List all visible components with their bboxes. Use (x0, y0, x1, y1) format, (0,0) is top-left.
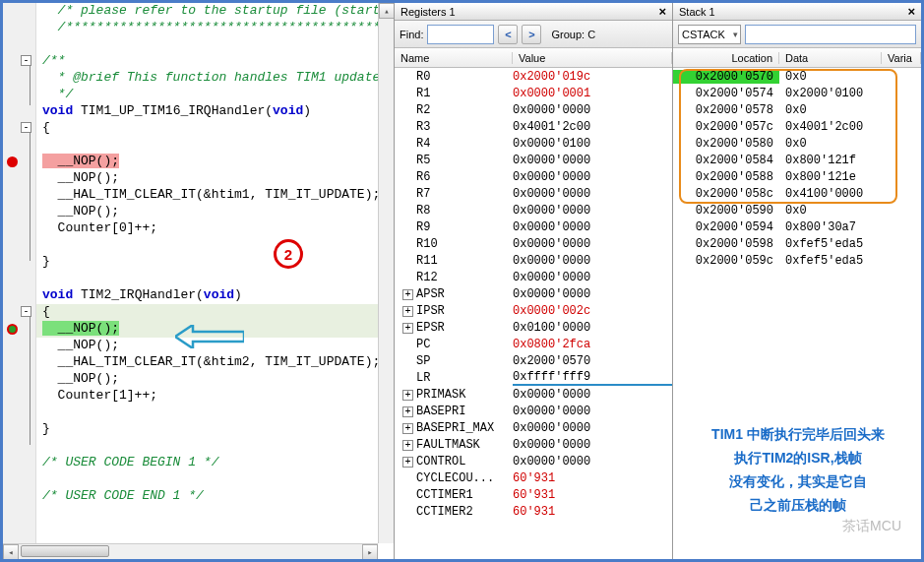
register-row[interactable]: R120x0000'0000 (395, 269, 672, 285)
expand-icon[interactable]: + (402, 323, 413, 334)
expand-icon[interactable]: + (402, 457, 413, 468)
register-row[interactable]: +FAULTMASK0x0000'0000 (395, 436, 672, 453)
group-label: Group: C (551, 29, 595, 40)
expand-icon[interactable]: + (402, 289, 413, 300)
fold-icon[interactable]: - (21, 55, 31, 66)
stack-row[interactable]: 0x2000'05700x0 (673, 68, 921, 85)
scroll-left-icon[interactable]: ◂ (3, 544, 19, 559)
register-row[interactable]: PC0x0800'2fca (395, 336, 672, 352)
scroll-right-icon[interactable]: ▸ (362, 544, 378, 559)
register-row[interactable]: R110x0000'0000 (395, 252, 672, 269)
register-row[interactable]: +PRIMASK0x0000'0000 (395, 386, 672, 403)
register-row[interactable]: R100x0000'0000 (395, 235, 672, 252)
stack-header: Location Data Varia (673, 48, 921, 68)
register-row[interactable]: SP0x2000'0570 (395, 352, 672, 369)
stack-list[interactable]: 0x2000'05700x00x2000'05740x2000'01000x20… (673, 68, 921, 559)
stack-row[interactable]: 0x2000'05900x0 (673, 202, 921, 219)
find-label: Find: (400, 29, 423, 40)
register-row[interactable]: R30x4001'2c00 (395, 118, 672, 135)
register-row[interactable]: +BASEPRI0x0000'0000 (395, 403, 672, 419)
close-icon[interactable]: × (658, 4, 666, 19)
annotation-circle: 2 (274, 239, 303, 269)
find-next-button[interactable]: > (522, 25, 541, 44)
scrollbar-vertical[interactable]: ▴ (378, 3, 394, 543)
scrollbar-horizontal[interactable]: ◂ ▸ (3, 543, 378, 559)
register-row[interactable]: LR0xffff'fff9 (395, 369, 672, 386)
register-row[interactable]: R00x2000'019c (395, 68, 672, 85)
code-editor[interactable]: /* please refer to the startup file (sta… (36, 3, 394, 543)
register-row[interactable]: +APSR0x0000'0000 (395, 285, 672, 302)
breakpoint-icon[interactable] (7, 156, 18, 167)
register-row[interactable]: R40x0000'0100 (395, 135, 672, 152)
stack-row[interactable]: 0x2000'057c0x4001'2c00 (673, 118, 921, 135)
find-prev-button[interactable]: < (498, 25, 518, 44)
registers-list[interactable]: R00x2000'019cR10x0000'0001R20x0000'0000R… (395, 68, 672, 559)
stack-row[interactable]: 0x2000'05780x0 (673, 101, 921, 118)
expand-icon[interactable]: + (402, 390, 413, 401)
register-row[interactable]: +BASEPRI_MAX0x0000'0000 (395, 419, 672, 436)
expand-icon[interactable]: + (402, 440, 413, 451)
register-row[interactable]: +IPSR0x0000'002c (395, 302, 672, 319)
register-row[interactable]: CYCLECOU...60'931 (395, 469, 672, 486)
close-icon[interactable]: × (907, 4, 915, 19)
register-row[interactable]: +CONTROL0x0000'0000 (395, 453, 672, 469)
register-row[interactable]: CCTIMER160'931 (395, 486, 672, 503)
fold-icon[interactable]: - (21, 122, 31, 133)
stack-row[interactable]: 0x2000'058c0x4100'0000 (673, 185, 921, 202)
register-row[interactable]: +EPSR0x0100'0000 (395, 319, 672, 336)
watermark: 茶话MCU (842, 518, 901, 535)
arrow-icon (175, 325, 244, 348)
stack-row[interactable]: 0x2000'059c0xfef5'eda5 (673, 252, 921, 269)
register-row[interactable]: CCTIMER260'931 (395, 503, 672, 520)
code-gutter: - - - (3, 3, 36, 543)
annotation-text: TIM1 中断执行完毕后回头来 执行TIM2的ISR,栈帧 没有变化，其实是它自… (685, 422, 911, 517)
stack-row[interactable]: 0x2000'05740x2000'0100 (673, 85, 921, 101)
expand-icon[interactable]: + (402, 423, 413, 434)
expand-icon[interactable]: + (402, 306, 413, 317)
register-row[interactable]: R60x0000'0000 (395, 168, 672, 185)
stack-row[interactable]: 0x2000'05800x0 (673, 135, 921, 152)
register-row[interactable]: R90x0000'0000 (395, 219, 672, 235)
scroll-up-icon[interactable]: ▴ (379, 3, 394, 19)
stack-row[interactable]: 0x2000'05940x800'30a7 (673, 219, 921, 235)
stack-row[interactable]: 0x2000'05980xfef5'eda5 (673, 235, 921, 252)
expand-icon[interactable]: + (402, 406, 413, 417)
stack-row[interactable]: 0x2000'05840x800'121f (673, 152, 921, 168)
registers-title-bar: Registers 1 × (395, 3, 672, 21)
register-row[interactable]: R70x0000'0000 (395, 185, 672, 202)
stack-filter-input[interactable] (745, 25, 916, 44)
breakpoint-active-icon[interactable] (7, 324, 18, 335)
find-input[interactable] (427, 25, 494, 44)
register-row[interactable]: R50x0000'0000 (395, 152, 672, 168)
register-row[interactable]: R20x0000'0000 (395, 101, 672, 118)
stack-title-bar: Stack 1 × (673, 3, 921, 21)
register-row[interactable]: R10x0000'0001 (395, 85, 672, 101)
stack-combo[interactable]: CSTACK (678, 25, 741, 44)
fold-icon[interactable]: - (21, 306, 31, 317)
register-row[interactable]: R80x0000'0000 (395, 202, 672, 219)
stack-row[interactable]: 0x2000'05880x800'121e (673, 168, 921, 185)
registers-header: Name Value (395, 48, 672, 68)
